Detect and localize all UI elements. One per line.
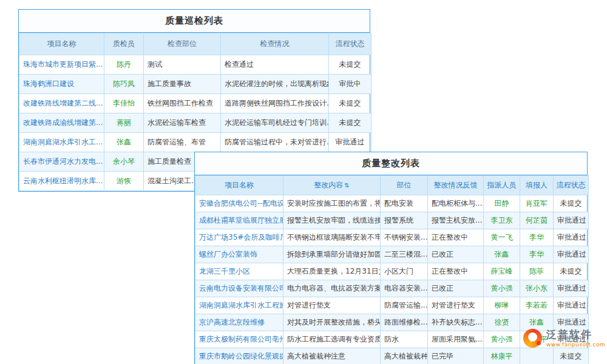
project-cell[interactable]: 珠海鹤洲口建设 (19, 75, 104, 94)
table-row[interactable]: 改建铁路成渝线增建第... 蒋丽 水泥砼运输车检查 水泥砼运输车司机经过专门培训… (19, 113, 371, 133)
situation-cell: 道路两侧铁丝网围挡工作按设计... (221, 94, 329, 113)
table-row[interactable]: 安徽合肥供电公司--配电设备... 安装时应按施工图的布置，将... 配电安装 … (195, 195, 589, 212)
part-cell: 小区大门 (381, 263, 428, 280)
project-cell[interactable]: 成都杜甫草堂临展厅独立展... (195, 212, 283, 229)
project-cell[interactable]: 云南电力设备安装有限公司20... (195, 280, 283, 297)
table-row[interactable]: 龙湖三千里小区 大理石质量更换，12月31日之... 小区大门 正在整改中 薛宝… (195, 263, 589, 280)
feedback-cell: 已改正 (428, 280, 484, 297)
inspector-cell[interactable]: 余小琴 (104, 152, 144, 172)
filler-cell[interactable]: 李华 (520, 229, 554, 246)
table-row[interactable]: 珠海市城市更新项目紫... 陈丹 测试 检查通过 未提交 (19, 55, 371, 75)
assignee-cell[interactable]: 田静 (484, 195, 520, 212)
project-cell[interactable]: 长春市伊通河水力发电... (19, 152, 104, 172)
col-header-content[interactable]: 整改内容⇅ (283, 176, 381, 195)
col-header-project[interactable]: 项目名称 (19, 33, 104, 55)
assignee-cell[interactable]: 柳琳 (484, 297, 520, 314)
filler-cell[interactable]: 李若若 (520, 297, 554, 314)
project-cell[interactable]: 改建铁路线增建第二线... (19, 94, 104, 113)
project-cell[interactable]: 安徽合肥供电公司--配电设备... (195, 195, 283, 212)
project-cell[interactable]: 云南水利枢纽潜明水库... (19, 172, 104, 191)
filler-cell[interactable] (520, 348, 554, 364)
filler-cell[interactable]: 何芷茵 (520, 212, 554, 229)
table-row[interactable]: 改建铁路线增建第二线... 李佳怡 铁丝网围挡工作检查 道路两侧铁丝网围挡工作按… (19, 94, 371, 113)
table-row[interactable]: 云南电力设备安装有限公司20... 电力电容器、电抗器安装方案,... 电容器安… (195, 280, 589, 297)
table-row[interactable]: 万达广场35#会所及咖啡厅空... 不锈钢边框玻璃隔断安装不牢... 不锈钢安装… (195, 229, 589, 246)
col-header-feedback[interactable]: 整改情况反馈 (428, 176, 484, 195)
project-cell[interactable]: 改建铁路成渝线增建第... (19, 113, 104, 133)
inspection-panel-title: 质量巡检列表 (19, 10, 370, 33)
assignee-cell[interactable]: 薛宝峰 (484, 263, 520, 280)
status-cell: 未提交 (329, 113, 371, 133)
filler-cell[interactable]: 张小东 (520, 280, 554, 297)
filler-cell[interactable]: 李华 (520, 246, 554, 263)
project-cell[interactable]: 湖南洞庭湖水库引水工程施工... (195, 297, 283, 314)
fanpu-logo-icon (523, 329, 542, 348)
table-row[interactable]: 湖南洞庭湖水库引水工程施工... 对管进行垫支 防腐管运输... 对管进行垫支 … (195, 297, 589, 314)
col-header-part[interactable]: 检查部位 (144, 33, 221, 55)
inspector-cell[interactable]: 李佳怡 (104, 94, 144, 113)
status-cell: 审批通过 (554, 212, 589, 229)
part-cell: 不锈钢安装... (381, 229, 428, 246)
table-row[interactable]: 重庆市鹅岭公园绿化景观提升... 高大植被栽种注意 高大植被栽种 已完毕 林康平… (195, 348, 589, 364)
assignee-cell[interactable]: 黄一飞 (484, 229, 520, 246)
part-cell: 配电安装 (381, 195, 428, 212)
feedback-cell: 对管进行垫支 (428, 297, 484, 314)
sort-icon[interactable]: ⇅ (344, 182, 349, 189)
feedback-cell: 正在整改中 (428, 229, 484, 246)
col-header-project[interactable]: 项目名称 (195, 176, 283, 195)
table-row[interactable]: 螺丝厂办公室装饰 拆除到承重墙部分请做好加固... 二至三楼混... 已改正 张… (195, 246, 589, 263)
status-cell: 审批通过 (329, 133, 371, 152)
col-header-filler[interactable]: 填报人 (520, 176, 554, 195)
content-cell: 报警主机安放牢固，线缆连接... (283, 212, 381, 229)
col-header-status[interactable]: 流程状态 (554, 176, 589, 195)
feedback-cell: 正在整改中 (428, 263, 484, 280)
assignee-cell[interactable]: 黄小强 (484, 280, 520, 297)
col-header-content-label: 整改内容 (314, 181, 343, 189)
project-cell[interactable]: 螺丝厂办公室装饰 (195, 246, 283, 263)
status-cell: 审批通过 (554, 229, 589, 246)
inspector-cell[interactable]: 陈丹 (104, 55, 144, 75)
filler-cell[interactable]: 陈菲 (520, 263, 554, 280)
part-cell: 路面维修检... (381, 314, 428, 331)
inspector-cell[interactable]: 游恢 (104, 172, 144, 191)
col-header-situation[interactable]: 检查情况 (221, 33, 329, 55)
logo-name: 泛普软件 (546, 329, 605, 340)
project-cell[interactable]: 重庆太极制药有限公司亳州中... (195, 331, 283, 348)
table-row[interactable]: 湖南洞庭湖水库引水工... 张鑫 防腐管运输、布管 防腐管运输过程中，未对管进行… (19, 133, 371, 152)
fanpu-logo-text: 泛普软件 www.fanpusoft.com (546, 329, 605, 348)
part-cell: 防腐管运输... (381, 297, 428, 314)
col-header-status[interactable]: 流程状态 (329, 33, 371, 55)
project-cell[interactable]: 京沪高速北京段维修 (195, 314, 283, 331)
feedback-cell: 补齐缺失标志... (428, 314, 484, 331)
inspection-header-row: 项目名称 质检员 检查部位 检查情况 流程状态 (19, 33, 371, 55)
feedback-cell: 报警主机安放... (428, 212, 484, 229)
part-cell: 报警系统 (381, 212, 428, 229)
assignee-cell[interactable]: 黄小强 (484, 331, 520, 348)
filler-cell[interactable]: 肖亚军 (520, 195, 554, 212)
content-cell: 不锈钢边框玻璃隔断安装不牢... (283, 229, 381, 246)
part-cell: 水泥砼运输车检查 (144, 113, 221, 133)
content-cell: 防水工程施工选调有专业资质... (283, 331, 381, 348)
table-row[interactable]: 珠海鹤洲口建设 陈巧凤 施工质量事故 水泥砼灌注的时候，出现离析现象 审批中 (19, 75, 371, 94)
project-cell[interactable]: 湖南洞庭湖水库引水工... (19, 133, 104, 152)
inspector-cell[interactable]: 陈巧凤 (104, 75, 144, 94)
project-cell[interactable]: 龙湖三千里小区 (195, 263, 283, 280)
project-cell[interactable]: 重庆市鹅岭公园绿化景观提升... (195, 348, 283, 364)
inspector-cell[interactable]: 蒋丽 (104, 113, 144, 133)
inspector-cell[interactable]: 张鑫 (104, 133, 144, 152)
assignee-cell[interactable]: 林康平 (484, 348, 520, 364)
table-row[interactable]: 成都杜甫草堂临展厅独立展... 报警主机安放牢固，线缆连接... 报警系统 报警… (195, 212, 589, 229)
assignee-cell[interactable]: 张鑫 (484, 246, 520, 263)
content-cell: 安装时应按施工图的布置，将... (283, 195, 381, 212)
feedback-cell: 屋面采用聚氨... (428, 331, 484, 348)
col-header-assignee[interactable]: 指派人员 (484, 176, 520, 195)
col-header-inspector[interactable]: 质检员 (104, 33, 144, 55)
feedback-cell: 配电柜柜体与... (428, 195, 484, 212)
project-cell[interactable]: 万达广场35#会所及咖啡厅空... (195, 229, 283, 246)
content-cell: 对管进行垫支 (283, 297, 381, 314)
assignee-cell[interactable]: 李卫东 (484, 212, 520, 229)
project-cell[interactable]: 珠海市城市更新项目紫... (19, 55, 104, 75)
assignee-cell[interactable]: 徐贤 (484, 314, 520, 331)
col-header-part[interactable]: 部位 (381, 176, 428, 195)
content-cell: 对其及时开展整改措施，桥头... (283, 314, 381, 331)
